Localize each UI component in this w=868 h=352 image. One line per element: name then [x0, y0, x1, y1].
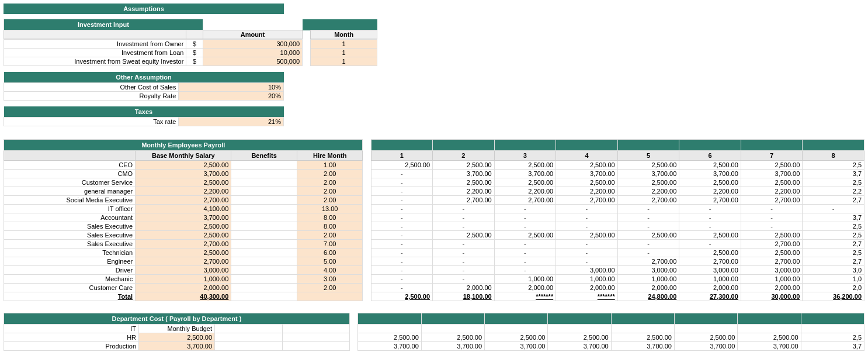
invest-row-1: Investment from Loan $ 10,000 1 — [4, 49, 377, 57]
col-header-m2: 2 — [433, 151, 495, 161]
payroll-total-row: Total 40,300.00 2,500.00 18,100.00 *****… — [4, 292, 864, 301]
investment-input-section: Investment Input Amount Month Investment… — [4, 19, 864, 66]
total-label: Total — [4, 292, 136, 301]
total-m5: 24,800.00 — [617, 292, 679, 301]
payroll-row-9: Sales Executive 2,700.00 7.00 ------2,70… — [4, 240, 864, 249]
payroll-row-11: Engineer 2,700.00 5.00 ----2,700.002,700… — [4, 257, 864, 266]
dept-row-Production: Production 3,700.00 3,700.00 3,700.00 3,… — [4, 342, 864, 351]
payroll-row-7: Sales Executive 2,500.00 8.00 -------2,5 — [4, 222, 864, 231]
col-header-m4: 4 — [556, 151, 618, 161]
col-header-name — [4, 151, 136, 161]
investment-input-title: Investment Input — [4, 19, 203, 30]
taxes-title: Taxes — [4, 106, 284, 118]
department-section: Department Cost ( Payroll by Department … — [4, 313, 864, 351]
other-row-0: Other Cost of Sales 10% — [4, 83, 284, 92]
invest-row-2: Investment from Sweat equity Investor $ … — [4, 57, 377, 66]
total-m4: ******* — [556, 292, 618, 301]
assumptions-section: Assumptions Investment Input Amount Mont… — [4, 4, 864, 126]
department-table: Department Cost ( Payroll by Department … — [4, 313, 864, 351]
payroll-row-10: Technician 2,500.00 6.00 -----2,500.002,… — [4, 249, 864, 257]
col-header-m6: 6 — [679, 151, 741, 161]
payroll-row-12: Driver 3,000.00 4.00 ---3,000.003,000.00… — [4, 266, 864, 275]
payroll-table: Monthly Employees Payroll Base Monthly S… — [4, 139, 864, 301]
month-col-header: Month — [311, 30, 377, 39]
payroll-row-8: Sales Executive 2,500.00 2.00 -2,500.002… — [4, 231, 864, 240]
total-m6: 27,300.00 — [679, 292, 741, 301]
total-m8: 36,200.00 — [803, 292, 864, 301]
dept-title: Department Cost ( Payroll by Department … — [4, 313, 350, 325]
payroll-row-6: Accountant 3,700.00 8.00 -------3,7 — [4, 213, 864, 222]
total-salary: 40,300.00 — [136, 292, 231, 301]
col-header-m3: 3 — [494, 151, 556, 161]
assumptions-title: Assumptions — [4, 4, 284, 14]
total-m1: 2,500.00 — [371, 292, 433, 301]
payroll-row-5: IT officer 4,100.00 13.00 -------- — [4, 205, 864, 213]
payroll-row-1: CMO 3,700.00 2.00 -3,700.003,700.003,700… — [4, 170, 864, 178]
payroll-row-4: Social Media Executive 2,700.00 2.00 -2,… — [4, 196, 864, 205]
other-assumption-section: Other Assumption Other Cost of Sales 10%… — [4, 72, 864, 101]
payroll-row-13: Mechanic 1,000.00 3.00 --1,000.001,000.0… — [4, 275, 864, 284]
col-header-m8: 8 — [803, 151, 864, 161]
total-m3: ******* — [494, 292, 556, 301]
invest-row-0: Investment from Owner $ 300,000 1 — [4, 40, 377, 49]
payroll-title: Monthly Employees Payroll — [4, 140, 363, 151]
col-header-benefits: Benefits — [231, 151, 297, 161]
col-header-m7: 7 — [741, 151, 803, 161]
col-header-hire: Hire Month — [297, 151, 363, 161]
dept-row-IT: IT Monthly Budget — [4, 325, 864, 333]
total-m2: 18,100.00 — [433, 292, 495, 301]
payroll-section: Monthly Employees Payroll Base Monthly S… — [4, 139, 864, 301]
col-header-m5: 5 — [617, 151, 679, 161]
taxes-section: Taxes Tax rate 21% — [4, 106, 864, 126]
tax-row-0: Tax rate 21% — [4, 118, 284, 126]
amount-col-header: Amount — [203, 30, 302, 39]
dept-IT-budget: Monthly Budget — [139, 325, 215, 333]
total-m7: 30,000.00 — [741, 292, 803, 301]
col-header-salary: Base Monthly Salary — [136, 151, 231, 161]
payroll-row-0: CEO 2,500.00 1.00 2,500.002,500.002,500.… — [4, 161, 864, 170]
payroll-row-2: Customer Service 2,500.00 2.00 -2,500.00… — [4, 178, 864, 187]
dept-row-HR: HR 2,500.00 2,500.00 2,500.00 2,500.00 2… — [4, 333, 864, 342]
payroll-row-14: Customer Care 2,000.00 2.00 -2,000.002,0… — [4, 284, 864, 292]
other-row-1: Royalty Rate 20% — [4, 92, 284, 101]
other-assumption-title: Other Assumption — [4, 72, 284, 83]
col-header-m1: 1 — [371, 151, 433, 161]
payroll-row-3: general manager 2,200.00 2.00 -2,200.002… — [4, 187, 864, 196]
